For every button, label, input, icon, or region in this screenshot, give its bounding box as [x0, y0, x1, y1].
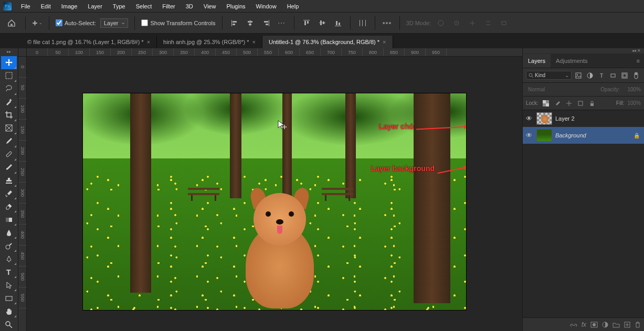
- lock-all-button[interactable]: [588, 99, 596, 108]
- show-transform-input[interactable]: [141, 19, 148, 26]
- document-tab[interactable]: Untitled-1 @ 76.3% (Background, RGB/8) *…: [262, 36, 393, 48]
- lock-artboard-button[interactable]: [576, 99, 585, 108]
- eraser-tool[interactable]: [1, 200, 17, 213]
- close-icon[interactable]: ×: [252, 39, 256, 45]
- history-brush-tool[interactable]: [1, 187, 17, 200]
- lasso-tool[interactable]: [1, 82, 17, 95]
- group-button[interactable]: [613, 322, 620, 328]
- more-options-button[interactable]: •••: [382, 17, 393, 29]
- brush-tool[interactable]: [1, 161, 17, 174]
- ruler-origin[interactable]: [18, 48, 27, 57]
- menu-type[interactable]: Type: [108, 1, 131, 12]
- panel-menu-button[interactable]: ≡: [632, 56, 644, 66]
- selection-tool[interactable]: [1, 95, 17, 109]
- new-layer-button[interactable]: [624, 322, 630, 328]
- filter-smart-button[interactable]: [620, 71, 629, 80]
- heal-tool[interactable]: [1, 148, 17, 161]
- clone-stamp-tool[interactable]: [1, 174, 17, 187]
- close-icon[interactable]: ×: [147, 39, 150, 45]
- opacity-value[interactable]: 100%: [622, 87, 641, 92]
- lock-pixels-button[interactable]: [553, 99, 562, 108]
- 3d-slide-button[interactable]: [482, 17, 494, 29]
- menu-help[interactable]: Help: [282, 1, 304, 12]
- visibility-toggle[interactable]: 👁: [525, 132, 533, 139]
- auto-select-target-dropdown[interactable]: Layer: [100, 18, 129, 28]
- document-tab[interactable]: hinh anh.jpg @ 25.3% (RGB/8*) * ×: [157, 36, 262, 48]
- menu-layer[interactable]: Layer: [82, 1, 108, 12]
- adjustments-tab[interactable]: Adjustments: [551, 54, 593, 68]
- 3d-roll-button[interactable]: [451, 17, 462, 29]
- distribute-button[interactable]: [357, 17, 368, 29]
- panel-collapse-button[interactable]: ◂◂ ✕: [523, 48, 644, 54]
- menu-select[interactable]: Select: [131, 1, 157, 12]
- shape-tool[interactable]: [1, 292, 17, 305]
- layer-thumbnail[interactable]: [536, 112, 552, 125]
- show-transform-checkbox[interactable]: Show Transform Controls: [141, 19, 215, 26]
- dodge-tool[interactable]: [1, 239, 17, 252]
- home-button[interactable]: [4, 16, 19, 30]
- hand-tool[interactable]: [1, 305, 17, 318]
- filter-toggle-button[interactable]: [631, 71, 641, 80]
- menu-image[interactable]: Image: [56, 1, 83, 12]
- menu-plugins[interactable]: Plugins: [221, 1, 250, 12]
- frame-tool[interactable]: [1, 122, 17, 135]
- menu-window[interactable]: Window: [251, 1, 282, 12]
- close-icon[interactable]: ×: [383, 39, 386, 45]
- adjustment-layer-button[interactable]: [602, 322, 608, 328]
- align-left-edges-button[interactable]: [229, 17, 240, 29]
- blend-mode-dropdown[interactable]: Normal: [526, 86, 598, 93]
- move-tool[interactable]: [1, 56, 17, 69]
- align-vertical-centers-button[interactable]: [316, 17, 328, 29]
- align-top-edges-button[interactable]: [301, 17, 312, 29]
- lock-position-button[interactable]: [565, 99, 573, 108]
- toolbar-expand-button[interactable]: ▸▸: [7, 49, 11, 54]
- menu-filter[interactable]: Filter: [157, 1, 180, 12]
- auto-select-input[interactable]: [56, 19, 62, 26]
- align-bottom-edges-button[interactable]: [332, 17, 344, 29]
- align-right-edges-button[interactable]: [260, 17, 272, 29]
- 3d-pan-button[interactable]: [467, 17, 478, 29]
- fill-value[interactable]: 100%: [627, 100, 641, 106]
- filter-type-button[interactable]: T: [597, 71, 606, 80]
- auto-select-checkbox[interactable]: Auto-Select:: [56, 19, 96, 26]
- canvas-viewport[interactable]: Layer chó Layer background: [27, 57, 522, 331]
- document-canvas[interactable]: Layer chó Layer background: [83, 93, 466, 310]
- layers-tab[interactable]: Layers: [523, 54, 551, 68]
- delete-layer-button[interactable]: [635, 322, 641, 328]
- more-align-button[interactable]: ⋯: [276, 17, 288, 29]
- link-layers-button[interactable]: [570, 322, 577, 328]
- 3d-orbit-button[interactable]: [435, 17, 447, 29]
- layer-row[interactable]: 👁 Background 🔒: [523, 127, 644, 144]
- filter-kind-dropdown[interactable]: Kind: [526, 71, 572, 80]
- vertical-ruler[interactable]: 050100150200250300350400450500550: [18, 57, 27, 331]
- lock-transparency-button[interactable]: [542, 99, 550, 108]
- horizontal-ruler[interactable]: 0501001502002503003504004505005506006507…: [27, 48, 522, 57]
- filter-adjustment-button[interactable]: [585, 71, 595, 80]
- path-selection-tool[interactable]: [1, 279, 17, 292]
- marquee-tool[interactable]: [1, 69, 17, 82]
- layer-row[interactable]: 👁 Layer 2: [523, 110, 644, 127]
- 3d-zoom-button[interactable]: [498, 17, 510, 29]
- gradient-tool[interactable]: [1, 213, 17, 226]
- layer-name[interactable]: Background: [555, 132, 630, 138]
- crop-tool[interactable]: [1, 109, 17, 122]
- zoom-tool[interactable]: [1, 318, 17, 331]
- type-tool[interactable]: T: [1, 265, 17, 279]
- layer-mask-button[interactable]: [590, 322, 598, 328]
- align-horizontal-centers-button[interactable]: [245, 17, 256, 29]
- document-tab[interactable]: © file cat 1.png @ 16.7% (Layer 1, RGB/8…: [21, 36, 157, 48]
- filter-pixel-button[interactable]: [574, 71, 583, 80]
- menu-view[interactable]: View: [198, 1, 221, 12]
- move-tool-indicator[interactable]: ⌄: [32, 18, 43, 28]
- visibility-toggle[interactable]: 👁: [525, 115, 533, 122]
- menu-edit[interactable]: Edit: [36, 1, 56, 12]
- blur-tool[interactable]: [1, 226, 17, 239]
- filter-shape-button[interactable]: [608, 71, 618, 80]
- layer-thumbnail[interactable]: [536, 129, 552, 142]
- layer-style-button[interactable]: fx: [582, 321, 586, 328]
- pen-tool[interactable]: [1, 252, 17, 265]
- menu-file[interactable]: File: [16, 1, 36, 12]
- layer-name[interactable]: Layer 2: [555, 115, 642, 122]
- menu-3d[interactable]: 3D: [181, 1, 198, 12]
- eyedropper-tool[interactable]: [1, 135, 17, 148]
